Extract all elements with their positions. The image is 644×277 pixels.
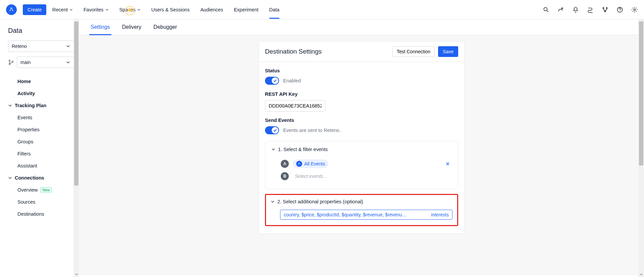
nav-audiences[interactable]: Audiences xyxy=(200,1,223,18)
create-button[interactable]: Create xyxy=(23,4,46,15)
project-select-value: Reteno xyxy=(12,44,27,49)
event-row-a: A All Events ✕ xyxy=(271,157,452,170)
project-select[interactable]: Reteno xyxy=(8,41,74,52)
nav-label: Experiment xyxy=(234,7,258,12)
branch-select[interactable]: main xyxy=(17,57,74,68)
chevron-down-icon xyxy=(69,8,73,11)
save-button[interactable]: Save xyxy=(438,46,458,57)
topbar: Create Recent Favorites Spaces Users & S… xyxy=(0,0,644,19)
event-row-b: B Select events... xyxy=(271,170,452,182)
svg-point-0 xyxy=(544,7,547,11)
check-icon xyxy=(273,79,277,83)
chevron-down-icon xyxy=(137,8,141,11)
topbar-right xyxy=(543,6,638,13)
nav-favorites[interactable]: Favorites xyxy=(84,1,109,18)
section2-header[interactable]: 2. Select additional properties (optiona… xyxy=(271,199,452,204)
section1-header[interactable]: 1. Select & filter events xyxy=(271,147,452,152)
sidebar-item-groups[interactable]: Groups xyxy=(8,136,74,148)
svg-point-8 xyxy=(9,63,10,65)
nav-spaces[interactable]: Spaces xyxy=(119,1,141,18)
nav-label: Spaces xyxy=(119,7,136,12)
svg-point-2 xyxy=(603,7,604,8)
help-icon[interactable] xyxy=(616,6,623,13)
letter-badge-b: B xyxy=(281,172,289,180)
svg-point-1 xyxy=(562,8,563,9)
new-badge: New xyxy=(40,187,52,193)
nav-recent[interactable]: Recent xyxy=(52,1,73,18)
nav-label: Recent xyxy=(52,7,68,12)
chevron-down-icon xyxy=(271,200,275,204)
sidebar-item-activity[interactable]: Activity xyxy=(8,87,74,99)
nav-label: Audiences xyxy=(200,7,223,12)
scroll-down-arrow[interactable] xyxy=(73,271,79,277)
nav-experiment[interactable]: Experiment xyxy=(234,1,258,18)
git-branch-icon xyxy=(8,59,14,65)
status-value: Enabled xyxy=(283,78,301,83)
section1-title: 1. Select & filter events xyxy=(278,147,328,152)
sidebar: Data Reteno main Home Activity Tracking … xyxy=(0,19,79,277)
props-left: country, $price, $productId, $quantity, … xyxy=(284,212,408,217)
destination-settings-card: Destination Settings Test Connection Sav… xyxy=(259,41,465,234)
props-right: interests xyxy=(431,212,449,217)
svg-point-9 xyxy=(12,61,13,62)
sidebar-item-destinations[interactable]: Destinations xyxy=(8,208,74,220)
api-key-input[interactable] xyxy=(265,100,325,112)
tab-debugger[interactable]: Debugger xyxy=(152,19,178,35)
search-icon[interactable] xyxy=(543,6,549,13)
sidebar-item-assistant[interactable]: Assistant xyxy=(8,160,74,172)
select-events-placeholder[interactable]: Select events... xyxy=(293,172,329,180)
branch-select-value: main xyxy=(20,60,31,65)
sidebar-item-home[interactable]: Home xyxy=(8,75,74,87)
status-toggle[interactable] xyxy=(265,77,279,85)
chevron-down-icon xyxy=(8,176,12,180)
main-scrollbar[interactable] xyxy=(638,19,644,277)
sidebar-item-sources[interactable]: Sources xyxy=(8,196,74,208)
svg-point-4 xyxy=(604,11,605,12)
sidebar-item-events[interactable]: Events xyxy=(8,112,74,124)
branch-icon[interactable] xyxy=(602,6,608,13)
send-events-label: Send Events xyxy=(265,118,458,123)
sidebar-item-filters[interactable]: Filters xyxy=(8,148,74,160)
nav-users-sessions[interactable]: Users & Sessions xyxy=(151,1,190,18)
sidebar-item-overview[interactable]: OverviewNew xyxy=(8,184,74,196)
amplitude-icon xyxy=(296,161,302,167)
sidebar-group-tracking-plan[interactable]: Tracking Plan xyxy=(8,99,74,112)
route-icon[interactable] xyxy=(587,6,594,13)
select-filter-events-card: 1. Select & filter events A All Events ✕… xyxy=(265,141,458,189)
card-title: Destination Settings xyxy=(265,48,322,55)
additional-properties-select[interactable]: country, $price, $productId, $quantity, … xyxy=(280,210,452,220)
chevron-down-icon xyxy=(271,147,275,151)
sidebar-title: Data xyxy=(8,27,74,34)
scroll-thumb[interactable] xyxy=(639,21,643,165)
send-events-value: Events are sent to Reteno. xyxy=(283,128,341,133)
check-icon xyxy=(273,128,277,132)
remove-event-a[interactable]: ✕ xyxy=(443,161,452,167)
nav-label: Favorites xyxy=(84,7,104,12)
test-connection-button[interactable]: Test Connection xyxy=(392,46,435,57)
gear-icon[interactable] xyxy=(631,6,638,13)
all-events-pill[interactable]: All Events xyxy=(293,159,328,168)
tab-settings[interactable]: Settings xyxy=(89,19,111,35)
scroll-thumb[interactable] xyxy=(74,21,78,186)
scroll-down-arrow[interactable] xyxy=(638,271,644,277)
toggle-knob xyxy=(272,127,278,134)
toggle-knob xyxy=(272,77,278,84)
chevron-down-icon xyxy=(66,44,70,48)
record-icon[interactable] xyxy=(557,6,564,13)
chevron-down-icon xyxy=(105,8,109,11)
bell-icon[interactable] xyxy=(572,6,579,13)
sidebar-group-connections[interactable]: Connections xyxy=(8,172,74,184)
chevron-down-icon xyxy=(8,103,12,108)
nav-label: Users & Sessions xyxy=(151,7,190,12)
chevron-down-icon xyxy=(66,60,70,64)
letter-badge-a: A xyxy=(281,160,289,168)
tab-delivery[interactable]: Delivery xyxy=(121,19,143,35)
app-logo[interactable] xyxy=(6,4,17,15)
sidebar-scrollbar[interactable] xyxy=(73,19,79,277)
nav-data[interactable]: Data xyxy=(269,1,280,18)
svg-point-3 xyxy=(606,7,607,8)
nav-label: Data xyxy=(269,7,280,12)
send-events-toggle[interactable] xyxy=(265,126,279,134)
section2-title: 2. Select additional properties (optiona… xyxy=(277,199,363,204)
sidebar-item-properties[interactable]: Properties xyxy=(8,124,74,136)
